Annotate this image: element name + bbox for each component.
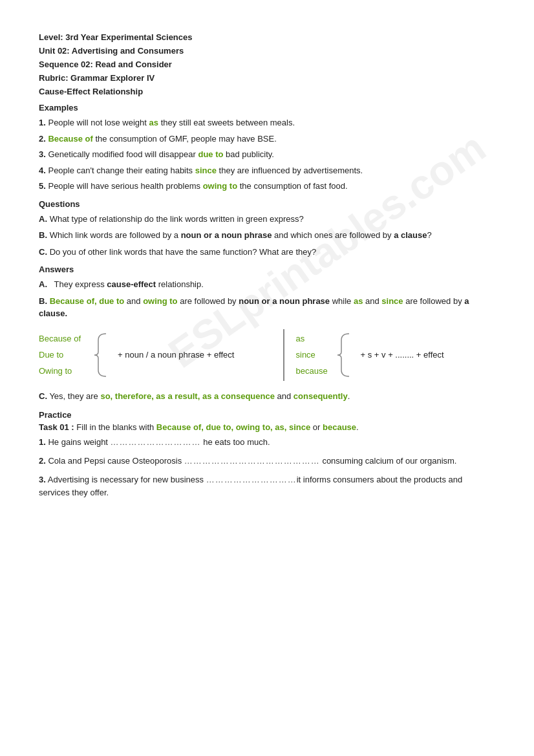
question-b-label: B.	[39, 230, 47, 240]
example-2: 2. Because of the consumption of GMF, pe…	[39, 133, 495, 146]
question-b-before: Which link words are followed by a	[50, 230, 181, 240]
answer-a: A. They express cause-effect relationshi…	[39, 278, 495, 291]
answer-a-label: A.	[39, 279, 47, 289]
question-c: C. Do you of other link words that have …	[39, 246, 495, 259]
diagram-left-word-2: Due to	[39, 350, 91, 360]
question-c-text: Do you of other link words that have the…	[50, 247, 317, 257]
answer-b-label: B.	[39, 296, 47, 306]
answer-c-mid: and	[275, 391, 294, 401]
answer-a-after: relationship.	[156, 279, 204, 289]
topic-line: Cause-Effect Relationship	[39, 87, 495, 96]
answer-b-green1: Because of, due to	[50, 296, 125, 306]
example-5-after: the consumption of fast food.	[237, 181, 348, 191]
practice-1-num: 1.	[39, 437, 46, 447]
diagram-right-word-3: because	[296, 366, 334, 376]
diagram-left-word-1: Because of	[39, 334, 91, 343]
example-2-num: 2.	[39, 134, 46, 144]
example-4-green: since	[195, 166, 217, 175]
practice-title: Practice	[39, 410, 495, 420]
example-3-after: bad publicity.	[223, 149, 274, 159]
answer-c-after: .	[348, 391, 350, 401]
practice-item-3: 3. Advertising is necessary for new busi…	[39, 473, 495, 501]
task01-after: .	[356, 422, 359, 432]
task01-label: Task 01 :	[39, 422, 74, 432]
practice-3-before: Advertising is necessary for new busines…	[48, 475, 206, 484]
practice-1-dots: …………………………	[111, 437, 201, 447]
answer-b-mid3: while	[330, 296, 354, 306]
example-2-green-start: Because of	[48, 134, 92, 144]
diagram-right-formula: + s + v + ........ + effect	[361, 350, 444, 360]
practice-2-before: Cola and Pepsi cause Osteoporosis	[48, 456, 184, 466]
example-3: 3. Genetically modified food will disapp…	[39, 148, 495, 161]
example-3-green: due to	[198, 149, 223, 159]
answer-b-bold1: noun or a noun phrase	[239, 296, 330, 306]
question-b-after: ?	[427, 230, 431, 240]
example-1: 1. People will not lose weight as they s…	[39, 116, 495, 129]
answer-b-mid2: are followed by	[178, 296, 239, 306]
question-c-label: C.	[39, 247, 47, 257]
question-b-mid: and which ones are followed by	[272, 230, 394, 240]
practice-3-num: 3.	[39, 475, 46, 484]
practice-1-before: He gains weight	[48, 437, 110, 447]
left-brace-svg	[93, 332, 111, 378]
answer-b-mid5: are followed by	[403, 296, 465, 306]
question-b-bold2: a clause	[394, 230, 427, 240]
questions-title: Questions	[39, 199, 495, 209]
task01-mid: or	[310, 422, 323, 432]
example-3-num: 3.	[39, 149, 46, 159]
question-b: B. Which link words are followed by a no…	[39, 229, 495, 242]
example-1-after: they still eat sweets between meals.	[158, 118, 295, 127]
example-3-before: Genetically modified food will disappear	[48, 149, 198, 159]
diagram-left-word-3: Owing to	[39, 366, 91, 376]
answer-c-label: C.	[39, 391, 47, 401]
answer-b-green2: owing to	[143, 296, 177, 306]
diagram-left-formula: + noun / a noun phrase + effect	[118, 350, 234, 360]
answer-c: C. Yes, they are so, therefore, as a res…	[39, 390, 495, 403]
task01-green2: because	[323, 422, 356, 432]
answer-c-before: Yes, they are	[49, 391, 100, 401]
practice-2-num: 2.	[39, 456, 46, 466]
answer-b-green3: as	[354, 296, 363, 306]
answers-title: Answers	[39, 265, 495, 274]
diagram-separator	[283, 329, 284, 381]
question-a: A. What type of relationship do the link…	[39, 213, 495, 226]
example-5-before: People will have serious health problems	[48, 181, 202, 191]
example-5: 5. People will have serious health probl…	[39, 180, 495, 193]
answer-c-green: so, therefore, as a result, as a consequ…	[100, 391, 275, 401]
diagram-area: Because of Due to Owing to + noun / a no…	[39, 329, 495, 381]
diagram-right-word-1: as	[296, 334, 334, 343]
answer-c-green2: consequently	[294, 391, 348, 401]
answer-b-mid1: and	[124, 296, 143, 306]
practice-2-dots: ………………………………………	[184, 456, 320, 466]
unit-line: Unit 02: Advertising and Consumers	[39, 46, 495, 56]
task01-before: Fill in the blanks with	[74, 422, 156, 432]
practice-item-1: 1. He gains weight ………………………… he eats to…	[39, 436, 495, 449]
level-line: Level: 3rd Year Experimental Sciences	[39, 32, 495, 42]
example-5-num: 5.	[39, 181, 46, 191]
practice-2-after: consuming calcium of our organism.	[320, 456, 457, 466]
question-b-bold1: noun or a noun phrase	[181, 230, 272, 240]
example-4: 4. People can't change their eating habi…	[39, 164, 495, 177]
diagram-right-word-2: since	[296, 350, 334, 360]
sequence-line: Sequence 02: Read and Consider	[39, 59, 495, 69]
practice-1-after: he eats too much.	[201, 437, 270, 447]
question-a-text: What type of relationship do the link wo…	[50, 214, 304, 224]
example-5-green: owing to	[203, 181, 237, 191]
examples-title: Examples	[39, 103, 495, 113]
right-brace-svg	[336, 332, 354, 378]
practice-3-dots: …………………………	[206, 475, 297, 484]
practice-item-2: 2. Cola and Pepsi cause Osteoporosis …………	[39, 455, 495, 468]
rubric-line: Rubric: Grammar Explorer IV	[39, 73, 495, 83]
example-1-num: 1.	[39, 118, 46, 127]
example-1-before: People will not lose weight	[48, 118, 149, 127]
answer-b: B. Because of, due to and owing to are f…	[39, 295, 495, 320]
example-1-green: as	[149, 118, 158, 127]
answer-b-mid4: and	[363, 296, 381, 306]
answer-a-bold: cause-effect	[107, 279, 156, 289]
task01-line: Task 01 : Fill in the blanks with Becaus…	[39, 422, 495, 432]
task01-green: Because of, due to, owing to, as, since	[156, 422, 310, 432]
answer-a-before: They express	[54, 279, 107, 289]
example-2-after: the consumption of GMF, people may have …	[93, 134, 277, 144]
answer-b-green4: since	[381, 296, 403, 306]
question-a-label: A.	[39, 214, 47, 224]
